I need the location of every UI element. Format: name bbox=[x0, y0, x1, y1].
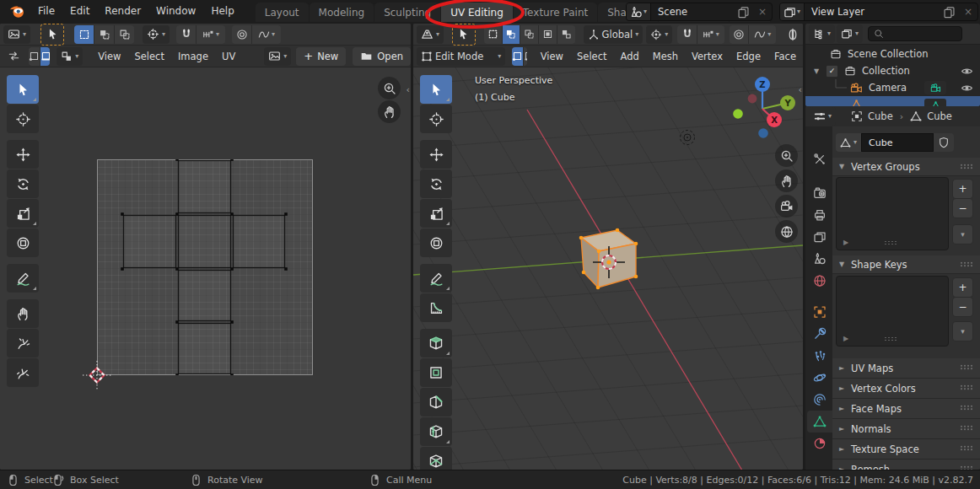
uv-proportional-editing-toggle[interactable] bbox=[232, 25, 252, 44]
view-layer-copy-icon[interactable] bbox=[940, 6, 959, 19]
uv-menu-select[interactable]: Select bbox=[127, 51, 170, 62]
vp-menu-vertex[interactable]: Vertex bbox=[685, 51, 730, 62]
tab-tool[interactable] bbox=[807, 148, 832, 170]
vp-tool-annotate[interactable] bbox=[420, 264, 452, 293]
outliner-row-scene-collection[interactable]: Scene Collection bbox=[805, 46, 980, 62]
uv-region-collapse-icon[interactable]: ‹ bbox=[407, 84, 410, 95]
breadcrumb-data[interactable]: Cube bbox=[927, 110, 952, 122]
uv-select-subtract-button[interactable] bbox=[115, 25, 134, 44]
vp-tool-poly-build[interactable] bbox=[420, 447, 452, 470]
vp-orientation-dropdown[interactable]: Global▾ bbox=[584, 25, 643, 44]
uv-tool-annotate[interactable] bbox=[7, 264, 39, 293]
vp-zoom-button[interactable] bbox=[775, 144, 798, 167]
vp-menu-edge[interactable]: Edge bbox=[730, 51, 767, 62]
panel-drag-grip[interactable] bbox=[960, 384, 973, 390]
uv-menu-uv[interactable]: UV bbox=[215, 51, 242, 62]
properties-editor-type-dropdown[interactable]: ▾ bbox=[810, 107, 836, 126]
uv-snap-with-dropdown[interactable]: ▾ bbox=[197, 25, 225, 44]
uv-tool-tweak-select[interactable] bbox=[7, 75, 39, 104]
uv-select-box-button[interactable] bbox=[74, 25, 94, 44]
vp-pivot-dropdown[interactable]: ▾ bbox=[646, 25, 672, 44]
view-layer-selector[interactable]: ▾ View Layer × bbox=[779, 3, 978, 21]
tab-scene[interactable] bbox=[807, 248, 832, 270]
tab-world[interactable] bbox=[807, 270, 832, 292]
uv-edge-mode-button[interactable] bbox=[40, 47, 50, 66]
vp-menu-mesh[interactable]: Mesh bbox=[646, 51, 685, 62]
workspace-tab-texture-paint[interactable]: Texture Paint bbox=[514, 3, 597, 22]
uv-sync-selection-toggle[interactable] bbox=[3, 47, 24, 66]
uv-canvas[interactable]: ‹ bbox=[0, 67, 411, 470]
uv-new-image-button[interactable]: +New bbox=[296, 47, 346, 66]
mesh-data-badge[interactable] bbox=[924, 99, 946, 106]
tab-material[interactable] bbox=[807, 433, 832, 454]
uv-2d-cursor[interactable] bbox=[82, 360, 112, 390]
panel-drag-grip[interactable] bbox=[960, 445, 973, 451]
outliner-display-mode-dropdown[interactable]: ▾ bbox=[837, 24, 863, 43]
vp-snap-with-dropdown[interactable]: ▾ bbox=[697, 25, 724, 44]
outliner-row-collection[interactable]: ▼ ✓ Collection bbox=[805, 62, 980, 79]
shape-keys-list[interactable]: ▶ bbox=[836, 276, 949, 347]
tab-object[interactable] bbox=[807, 301, 832, 323]
scene-icon[interactable]: ▾ bbox=[627, 3, 651, 20]
list-resize-grip[interactable] bbox=[884, 336, 897, 341]
uv-menu-image[interactable]: Image bbox=[171, 51, 215, 62]
uv-pivot-dropdown[interactable]: ▾ bbox=[143, 25, 170, 44]
vp-pan-hand-button[interactable] bbox=[775, 169, 798, 192]
panel-drag-grip[interactable] bbox=[960, 364, 973, 370]
scene-close-icon[interactable]: × bbox=[753, 6, 772, 18]
vp-tool-rotate[interactable] bbox=[420, 169, 452, 198]
vp-tool-move[interactable] bbox=[420, 140, 452, 169]
vp-mesh-symmetry-icon[interactable] bbox=[783, 25, 803, 44]
workspace-tab-uv-editing[interactable]: UV Editing bbox=[441, 3, 513, 22]
vertex-group-remove-button[interactable]: − bbox=[952, 198, 973, 218]
tab-view-layer[interactable] bbox=[807, 226, 832, 248]
panel-drag-grip[interactable] bbox=[960, 164, 973, 169]
mesh-name-field[interactable]: Cube bbox=[861, 133, 934, 152]
vp-tool-inset-faces[interactable] bbox=[420, 358, 452, 387]
vp-tool-cursor[interactable] bbox=[420, 105, 452, 133]
panel-header-face-maps[interactable]: ► Face Maps bbox=[832, 399, 980, 419]
panel-header-uv-maps[interactable]: ► UV Maps bbox=[832, 358, 980, 379]
shape-key-add-button[interactable]: + bbox=[952, 277, 973, 298]
vp-select-box-button[interactable] bbox=[484, 25, 503, 44]
vp-edge-mode-button[interactable] bbox=[524, 47, 526, 66]
viewport-active-tool-button[interactable] bbox=[452, 24, 476, 46]
outliner-editor-type-dropdown[interactable]: ▾ bbox=[809, 24, 835, 43]
tab-physics[interactable] bbox=[807, 367, 832, 389]
uv-sticky-selection-dropdown[interactable]: ▾ bbox=[57, 47, 83, 66]
uv-proportional-falloff-dropdown[interactable]: ▾ bbox=[252, 25, 281, 44]
uv-active-tool-button[interactable] bbox=[40, 24, 64, 46]
panel-header-vertex-groups[interactable]: ▼ Vertex Groups bbox=[832, 158, 980, 176]
vertex-group-add-button[interactable]: + bbox=[952, 179, 973, 199]
uv-tool-grab[interactable] bbox=[7, 299, 39, 328]
workspace-tab-layout[interactable]: Layout bbox=[256, 3, 309, 22]
collection-checkbox[interactable]: ✓ bbox=[826, 65, 838, 78]
vp-vertex-mode-button[interactable] bbox=[512, 47, 524, 66]
panel-header-normals[interactable]: ► Normals bbox=[832, 419, 980, 439]
viewport-canvas[interactable]: User Perspective (1) Cube bbox=[413, 67, 803, 470]
uv-select-extend-button[interactable] bbox=[94, 25, 115, 44]
breadcrumb-object[interactable]: Cube bbox=[868, 110, 893, 122]
mesh-datablock-dropdown[interactable]: ▾ bbox=[836, 133, 861, 152]
outliner-row-cube-selected[interactable] bbox=[805, 96, 980, 106]
menu-file[interactable]: File bbox=[30, 0, 62, 22]
uv-vertex-mode-button[interactable] bbox=[29, 47, 40, 66]
scene-selector[interactable]: ▾ Scene × bbox=[626, 3, 773, 21]
vp-select-difference-button[interactable] bbox=[539, 25, 557, 44]
list-resize-grip[interactable] bbox=[884, 240, 897, 244]
uv-editor-type-dropdown[interactable]: ▾ bbox=[3, 25, 30, 44]
vp-select-extend-button[interactable] bbox=[503, 25, 521, 44]
tab-particles[interactable] bbox=[807, 345, 832, 367]
tab-output[interactable] bbox=[807, 204, 832, 226]
uv-image-area[interactable] bbox=[97, 159, 313, 375]
uv-tool-cursor[interactable] bbox=[7, 105, 39, 133]
camera-data-badge[interactable] bbox=[924, 81, 946, 94]
uv-tool-relax[interactable] bbox=[7, 329, 39, 357]
vp-tool-tweak-select[interactable] bbox=[420, 75, 452, 104]
vp-snap-magnet-toggle[interactable] bbox=[677, 25, 697, 44]
menu-render[interactable]: Render bbox=[97, 0, 148, 22]
uv-menu-view[interactable]: View bbox=[91, 51, 127, 62]
vp-proportional-falloff-dropdown[interactable]: ▾ bbox=[749, 25, 776, 44]
vp-tool-transform[interactable] bbox=[420, 228, 452, 257]
list-filter-arrow[interactable]: ▶ bbox=[843, 239, 848, 246]
